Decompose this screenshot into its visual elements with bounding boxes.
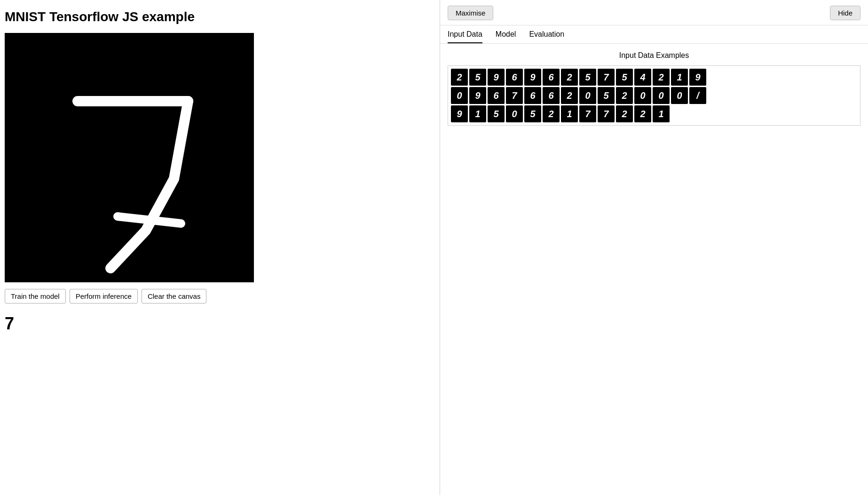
inference-result: 7 (5, 314, 435, 334)
mnist-cell[interactable]: 5 (524, 105, 541, 122)
mnist-cell[interactable]: 6 (543, 69, 560, 86)
mnist-cell[interactable]: 6 (488, 87, 505, 104)
mnist-cell[interactable]: 5 (598, 87, 615, 104)
mnist-cell[interactable]: 7 (598, 105, 615, 122)
mnist-row-1: 0 9 6 7 6 6 2 0 5 2 0 0 0 / (451, 87, 857, 104)
mnist-cell[interactable]: 9 (488, 69, 505, 86)
mnist-cell[interactable]: 2 (543, 105, 560, 122)
right-panel: Maximise Hide Input Data Model Evaluatio… (440, 0, 868, 495)
mnist-cell[interactable]: 2 (561, 87, 578, 104)
tab-bar: Input Data Model Evaluation (440, 25, 868, 44)
mnist-cell[interactable]: 5 (579, 69, 596, 86)
mnist-row-0: 2 5 9 6 9 6 2 5 7 5 4 2 1 9 (451, 69, 857, 86)
mnist-examples-grid: 2 5 9 6 9 6 2 5 7 5 4 2 1 9 0 9 6 7 (448, 65, 860, 126)
mnist-cell[interactable]: 0 (451, 87, 468, 104)
drawing-canvas[interactable] (5, 33, 254, 282)
mnist-cell[interactable]: 6 (524, 87, 541, 104)
mnist-cell[interactable]: 0 (653, 87, 670, 104)
mnist-cell[interactable]: 2 (561, 69, 578, 86)
mnist-cell[interactable]: / (689, 87, 706, 104)
left-panel: MNIST Tensorflow JS example Train the mo… (0, 0, 440, 495)
mnist-cell[interactable]: 0 (671, 87, 688, 104)
mnist-cell[interactable]: 5 (469, 69, 486, 86)
mnist-cell[interactable]: 7 (598, 69, 615, 86)
panel-content: Input Data Examples 2 5 9 6 9 6 2 5 7 5 … (440, 44, 868, 133)
clear-button[interactable]: Clear the canvas (142, 289, 207, 303)
mnist-cell[interactable]: 1 (671, 69, 688, 86)
mnist-cell[interactable]: 2 (653, 69, 670, 86)
mnist-cell[interactable]: 5 (616, 69, 633, 86)
mnist-row-2: 9 1 5 0 5 2 1 7 7 2 2 1 (451, 105, 857, 122)
mnist-cell[interactable]: 5 (488, 105, 505, 122)
section-title: Input Data Examples (448, 51, 860, 60)
mnist-cell[interactable]: 9 (689, 69, 706, 86)
mnist-cell[interactable]: 2 (451, 69, 468, 86)
mnist-cell[interactable]: 9 (451, 105, 468, 122)
right-header: Maximise Hide (440, 0, 868, 25)
mnist-cell[interactable]: 1 (653, 105, 670, 122)
mnist-cell[interactable]: 6 (506, 69, 523, 86)
mnist-cell[interactable]: 2 (616, 87, 633, 104)
mnist-cell[interactable]: 0 (579, 87, 596, 104)
mnist-cell[interactable]: 0 (634, 87, 651, 104)
app-title: MNIST Tensorflow JS example (5, 9, 435, 24)
mnist-cell[interactable]: 9 (524, 69, 541, 86)
mnist-cell[interactable]: 1 (469, 105, 486, 122)
tab-input-data[interactable]: Input Data (448, 30, 482, 43)
maximise-button[interactable]: Maximise (448, 6, 493, 20)
mnist-cell[interactable]: 2 (634, 105, 651, 122)
mnist-cell[interactable]: 6 (543, 87, 560, 104)
mnist-cell[interactable]: 9 (469, 87, 486, 104)
mnist-cell[interactable]: 4 (634, 69, 651, 86)
hide-button[interactable]: Hide (830, 6, 860, 20)
action-button-row: Train the model Perform inference Clear … (5, 289, 435, 303)
tab-evaluation[interactable]: Evaluation (529, 30, 564, 43)
mnist-cell[interactable]: 2 (616, 105, 633, 122)
mnist-cell[interactable]: 7 (579, 105, 596, 122)
train-button[interactable]: Train the model (5, 289, 66, 303)
mnist-cell[interactable]: 0 (506, 105, 523, 122)
svg-line-1 (118, 216, 181, 224)
tab-model[interactable]: Model (496, 30, 516, 43)
mnist-cell[interactable]: 1 (561, 105, 578, 122)
inference-button[interactable]: Perform inference (70, 289, 138, 303)
mnist-cell[interactable]: 7 (506, 87, 523, 104)
